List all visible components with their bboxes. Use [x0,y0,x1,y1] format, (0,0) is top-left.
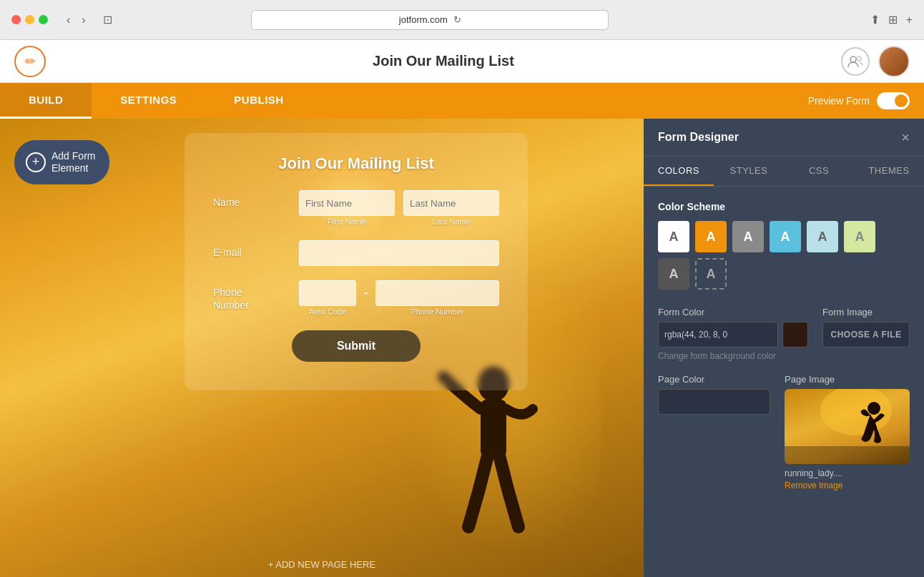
tab-build[interactable]: BUILD [0,83,92,119]
form-image-label: Form Image [822,307,910,317]
page-title: Join Our Mailing List [46,53,841,69]
users-icon [847,55,863,68]
submit-button[interactable]: Submit [292,330,421,362]
add-page-link[interactable]: + ADD NEW PAGE HERE [268,559,375,570]
tab-themes[interactable]: THEMES [854,157,924,186]
sidebar-toggle-button[interactable]: ⊡ [99,11,117,28]
form-color-group: Form Color Change form background color [658,307,808,363]
color-scheme-title: Color Scheme [658,201,910,212]
color-swatches: A A A A A A A A [658,221,910,290]
email-input[interactable] [299,240,499,266]
area-code-label: Area Code [299,307,356,316]
minimize-window-button[interactable] [25,15,34,24]
browser-chrome: ‹ › ⊡ jotform.com ↻ ⬆ ⊞ + [0,0,924,40]
refresh-button[interactable]: ↻ [453,14,461,25]
form-color-input-row [658,322,808,347]
color-swatch-dark[interactable]: A [658,258,689,290]
nav-bar: BUILD SETTINGS PUBLISH Preview Form [0,83,924,119]
close-panel-button[interactable]: × [901,130,910,144]
back-button[interactable]: ‹ [62,12,74,28]
forward-button[interactable]: › [77,12,89,28]
form-image-group: Form Image CHOOSE A FILE [822,307,910,363]
logo-icon: ✏ [25,54,36,69]
color-swatch-light-blue[interactable]: A [807,221,838,252]
add-form-element-button[interactable]: + Add FormElement [14,140,109,184]
new-tab-button[interactable]: ⊞ [888,13,898,26]
page-color-section: Page Color Page Image [658,374,910,491]
preview-toggle[interactable] [877,92,910,109]
first-name-input[interactable] [299,190,395,216]
page-image-svg [785,389,910,464]
first-name-label: First Name [299,217,395,226]
form-card-title: Join Our Mailing List [213,154,499,173]
plus-icon: + [26,152,46,172]
last-name-label: Last Name [403,217,499,226]
name-label: Name [213,190,270,209]
browser-right-actions: ⬆ ⊞ + [870,13,913,26]
color-swatch-orange[interactable]: A [695,221,727,252]
phone-label: Phone Number [213,280,270,312]
share-button[interactable]: ⬆ [870,13,880,26]
form-canvas: + Add FormElement Join Our Mailing List … [0,119,644,577]
form-color-label: Form Color [658,307,808,317]
url-text: jotform.com [399,14,448,25]
preview-form-area: Preview Form [808,92,924,109]
main-area: + Add FormElement Join Our Mailing List … [0,119,924,577]
nav-buttons: ‹ › [62,12,90,28]
add-tab-button[interactable]: + [906,14,913,26]
tab-colors[interactable]: COLORS [644,157,714,186]
phone-number-input[interactable] [375,280,499,306]
email-field: E-mail [213,240,499,266]
form-color-hint: Change form background color [658,350,808,363]
add-element-label: Add FormElement [51,150,95,174]
choose-form-image-button[interactable]: CHOOSE A FILE [822,322,910,347]
preview-form-label: Preview Form [808,95,870,107]
phone-separator: - [360,285,371,301]
maximize-window-button[interactable] [39,15,48,24]
form-color-input[interactable] [658,322,778,347]
page-image-label: Page Image [785,374,910,385]
image-filename: running_lady.... [785,468,910,478]
phone-number-label: Phone Number [375,307,499,316]
group-icon[interactable] [841,47,870,76]
app-logo: ✏ [14,46,46,77]
svg-point-6 [868,402,880,415]
remove-image-link[interactable]: Remove Image [785,480,842,490]
color-swatch-custom[interactable]: A [695,258,727,290]
tab-styles[interactable]: STYLES [714,157,784,186]
page-color-label: Page Color [658,374,770,385]
svg-rect-5 [785,446,910,464]
name-field: Name First Name Last Name [213,190,499,226]
last-name-input[interactable] [403,190,499,216]
panel-body: Color Scheme A A A A A A A A Form Color [644,187,924,577]
app-header: ✏ Join Our Mailing List [0,40,924,83]
tab-css[interactable]: CSS [784,157,854,186]
image-info: running_lady.... Remove Image [785,468,910,491]
panel-tabs: COLORS STYLES CSS THEMES [644,157,924,187]
color-swatch-green[interactable]: A [844,221,875,252]
phone-field: Phone Number Area Code - Phone Number [213,280,499,316]
address-bar[interactable]: jotform.com ↻ [251,10,609,30]
designer-panel: Form Designer × COLORS STYLES CSS THEMES… [644,119,924,577]
tab-publish[interactable]: PUBLISH [205,83,312,119]
user-avatar[interactable] [878,46,910,77]
svg-point-4 [820,389,892,435]
email-label: E-mail [213,240,270,259]
color-swatch-white[interactable]: A [658,221,689,252]
tab-settings[interactable]: SETTINGS [92,83,205,119]
area-code-input[interactable] [299,280,356,306]
panel-header: Form Designer × [644,119,924,157]
close-window-button[interactable] [11,15,21,24]
header-right [841,46,910,77]
page-image-group: Page Image [785,374,910,491]
form-color-swatch[interactable] [782,322,808,347]
page-image-preview [785,389,910,464]
form-color-section: Form Color Change form background color … [658,307,910,363]
svg-point-0 [850,56,856,62]
form-card: Join Our Mailing List Name First Name [185,133,528,390]
svg-point-1 [857,56,861,61]
color-swatch-blue[interactable]: A [770,221,801,252]
page-color-input[interactable] [658,389,770,415]
color-swatch-gray[interactable]: A [732,221,764,252]
page-color-section-wrapper: Page Color Page Image [658,374,910,491]
